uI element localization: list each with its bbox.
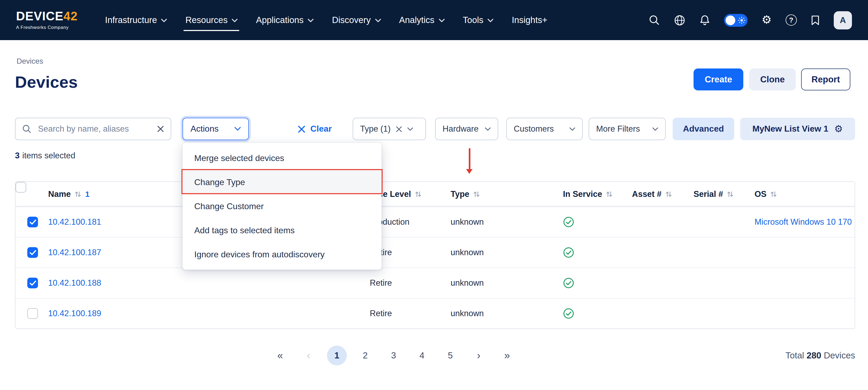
avatar[interactable]: A <box>834 11 852 29</box>
main-nav: Infrastructure Resources Applications Di… <box>96 0 556 40</box>
device-name-link[interactable]: 10.42.100.181 <box>48 217 101 227</box>
column-header-in-service[interactable]: In Service <box>563 189 613 199</box>
breadcrumb[interactable]: Devices <box>17 57 43 65</box>
device-name-link[interactable]: 10.42.100.189 <box>48 309 101 318</box>
os-link[interactable]: Microsoft Windows 10 170 <box>754 217 855 227</box>
clone-button[interactable]: Clone <box>749 68 796 90</box>
report-button[interactable]: Report <box>801 68 850 90</box>
list-view-button[interactable]: MyNew List View 1 ⚙ <box>740 118 855 140</box>
top-navbar: DEVICE42 A Freshworks Company Infrastruc… <box>0 0 868 40</box>
sort-icon <box>606 190 613 198</box>
list-view-gear-icon[interactable]: ⚙ <box>834 124 843 134</box>
nav-resources[interactable]: Resources <box>176 0 247 40</box>
nav-tools[interactable]: Tools <box>454 0 503 40</box>
pagination-page-2[interactable]: 2 <box>355 346 375 365</box>
pagination-page-3[interactable]: 3 <box>384 346 403 365</box>
annotation-arrow <box>466 148 473 174</box>
type-cell: unknown <box>451 248 484 257</box>
notifications-bell-icon[interactable] <box>700 14 710 26</box>
pagination-page-4[interactable]: 4 <box>412 346 432 365</box>
pagination-prev[interactable]: ‹ <box>299 346 318 365</box>
search-input[interactable] <box>37 124 151 134</box>
devices-table: Name 1 Service Level Type In Service Ass… <box>15 181 855 329</box>
search-icon[interactable] <box>649 14 660 26</box>
table-row: 10.42.100.189 Retire unknown <box>16 298 855 328</box>
clear-search-icon[interactable] <box>157 125 164 133</box>
clear-filters-button[interactable]: Clear <box>298 118 332 140</box>
sort-icon <box>770 190 777 198</box>
sort-icon <box>415 190 422 198</box>
search-icon <box>22 124 32 134</box>
actions-dropdown[interactable]: Actions <box>183 118 249 140</box>
nav-discovery[interactable]: Discovery <box>323 0 390 40</box>
select-all-checkbox[interactable] <box>16 182 26 193</box>
customers-filter-dropdown[interactable]: Customers <box>506 118 583 140</box>
sort-icon <box>473 190 480 198</box>
menu-item-add-tags[interactable]: Add tags to selected items <box>183 218 381 242</box>
type-cell: unknown <box>451 278 484 288</box>
sun-icon <box>738 16 745 24</box>
type-filter-chip[interactable]: Type (1) <box>353 118 426 140</box>
row-checkbox[interactable] <box>27 308 38 319</box>
chevron-down-icon <box>652 127 658 131</box>
menu-item-change-type[interactable]: Change Type <box>183 170 381 194</box>
hardware-filter-dropdown[interactable]: Hardware <box>435 118 498 140</box>
nav-insights[interactable]: Insights+ <box>503 0 557 40</box>
row-checkbox[interactable] <box>27 217 38 227</box>
pagination-next[interactable]: › <box>469 346 489 365</box>
chevron-down-icon <box>235 127 241 131</box>
settings-gear-icon[interactable]: ⚙ <box>762 14 772 26</box>
in-service-check-icon <box>563 217 574 228</box>
advanced-button[interactable]: Advanced <box>673 118 734 140</box>
column-header-os[interactable]: OS <box>754 189 777 199</box>
row-checkbox[interactable] <box>27 247 38 258</box>
type-cell: unknown <box>451 217 484 227</box>
search-box <box>15 118 171 140</box>
in-service-check-icon <box>563 247 574 258</box>
device42-logo[interactable]: DEVICE42 A Freshworks Company <box>16 10 78 30</box>
chevron-down-icon <box>232 19 238 23</box>
filter-toolbar: Actions Clear Type (1) Hardware Customer… <box>0 118 868 140</box>
chevron-down-icon <box>439 19 445 23</box>
service-level-cell: Retire <box>370 309 392 318</box>
actions-menu: Merge selected devices Change Type Chang… <box>183 143 381 270</box>
selection-count: 3items selected <box>15 151 75 161</box>
sort-icon <box>665 190 672 198</box>
page-title: Devices <box>15 73 78 92</box>
chevron-down-icon <box>488 19 494 23</box>
device-name-link[interactable]: 10.42.100.187 <box>48 248 101 257</box>
chevron-down-icon <box>161 19 167 23</box>
chevron-down-icon <box>569 127 575 131</box>
more-filters-dropdown[interactable]: More Filters <box>589 118 666 140</box>
logo-subtitle: A Freshworks Company <box>16 25 78 30</box>
row-checkbox[interactable] <box>27 278 38 288</box>
nav-infrastructure[interactable]: Infrastructure <box>96 0 176 40</box>
pagination-page-1[interactable]: 1 <box>327 346 347 365</box>
bookmark-icon[interactable] <box>811 15 820 25</box>
column-header-type[interactable]: Type <box>451 189 480 199</box>
pagination-page-5[interactable]: 5 <box>440 346 460 365</box>
pagination-first[interactable]: « <box>270 346 290 365</box>
chevron-down-icon <box>375 19 381 23</box>
device-name-link[interactable]: 10.42.100.188 <box>48 278 101 288</box>
menu-item-merge-selected-devices[interactable]: Merge selected devices <box>183 146 381 170</box>
type-cell: unknown <box>451 309 484 318</box>
in-service-check-icon <box>563 278 574 289</box>
column-header-name[interactable]: Name 1 <box>48 189 90 199</box>
remove-type-filter-icon[interactable] <box>396 125 402 132</box>
globe-icon[interactable] <box>674 14 685 26</box>
column-header-serial[interactable]: Serial # <box>693 189 734 199</box>
logo-wordmark: DEVICE42 <box>16 10 78 23</box>
menu-item-change-customer[interactable]: Change Customer <box>183 194 381 218</box>
pagination-last[interactable]: » <box>497 346 517 365</box>
chevron-down-icon <box>485 127 491 131</box>
table-row: 10.42.100.181 Production unknown Microso… <box>16 206 855 237</box>
theme-toggle[interactable] <box>724 14 748 27</box>
nav-analytics[interactable]: Analytics <box>390 0 454 40</box>
create-button[interactable]: Create <box>693 68 743 90</box>
navbar-utilities: ⚙ ? A <box>649 11 852 29</box>
column-header-asset[interactable]: Asset # <box>632 189 672 199</box>
nav-applications[interactable]: Applications <box>247 0 323 40</box>
menu-item-ignore-devices[interactable]: Ignore devices from autodiscovery <box>183 242 381 266</box>
help-icon[interactable]: ? <box>785 14 797 26</box>
